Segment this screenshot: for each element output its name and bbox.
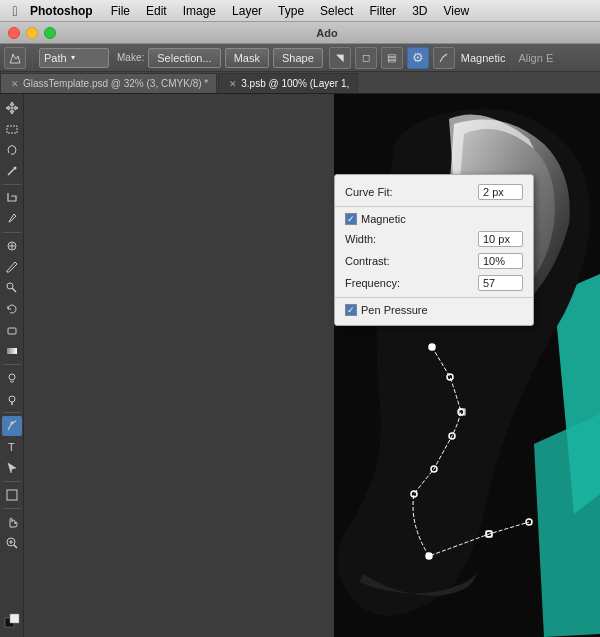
eraser-tool[interactable]	[2, 320, 22, 340]
svg-rect-8	[8, 328, 16, 334]
path-select-tool[interactable]	[2, 458, 22, 478]
move-tool[interactable]	[2, 98, 22, 118]
app-name: Photoshop	[30, 4, 93, 18]
tool-separator-5	[3, 481, 21, 482]
svg-line-2	[8, 169, 14, 175]
separator2	[511, 48, 512, 68]
svg-rect-9	[7, 348, 17, 354]
magnetic-row[interactable]: ✓ Magnetic	[335, 210, 533, 228]
menu-select[interactable]: Select	[312, 0, 361, 21]
apple-logo[interactable]: 	[0, 3, 30, 19]
title-bar: Ado	[0, 22, 600, 44]
canvas-area[interactable]: Curve Fit: ✓ Magnetic Width: Contrast: F…	[24, 94, 600, 637]
tool-icon	[4, 47, 26, 69]
wand-tool[interactable]	[2, 161, 22, 181]
svg-point-11	[9, 396, 15, 402]
history-tool[interactable]	[2, 299, 22, 319]
maximize-button[interactable]	[44, 27, 56, 39]
popup-panel: Curve Fit: ✓ Magnetic Width: Contrast: F…	[334, 174, 534, 326]
menu-3d[interactable]: 3D	[404, 0, 435, 21]
blur-tool[interactable]	[2, 368, 22, 388]
tab-close-0[interactable]: ✕	[11, 79, 19, 89]
shape-tool[interactable]	[2, 485, 22, 505]
width-label: Width:	[345, 233, 478, 245]
tool-separator-4	[3, 412, 21, 413]
brush-tool[interactable]	[2, 257, 22, 277]
tool-separator-2	[3, 232, 21, 233]
doc-tabs: ✕ GlassTemplate.psd @ 32% (3, CMYK/8) * …	[0, 72, 600, 94]
lasso-tool[interactable]	[2, 140, 22, 160]
contrast-label: Contrast:	[345, 255, 478, 267]
svg-point-10	[9, 374, 15, 380]
distribute-icon[interactable]: ▤	[381, 47, 403, 69]
selection-button[interactable]: Selection...	[148, 48, 220, 68]
foreground-color[interactable]	[2, 611, 22, 631]
tab-close-1[interactable]: ✕	[229, 79, 237, 89]
close-button[interactable]	[8, 27, 20, 39]
svg-point-0	[12, 54, 14, 56]
pen-pressure-checkbox[interactable]: ✓	[345, 304, 357, 316]
pen-pressure-row[interactable]: ✓ Pen Pressure	[335, 301, 533, 319]
doc-tab-1[interactable]: ✕ 3.psb @ 100% (Layer 1,	[218, 73, 358, 93]
doc-tab-0[interactable]: ✕ GlassTemplate.psd @ 32% (3, CMYK/8) *	[0, 73, 217, 93]
path-label: Path	[44, 52, 67, 64]
main-area: T	[0, 94, 600, 637]
menu-bar:  Photoshop File Edit Image Layer Type S…	[0, 0, 600, 22]
magnetic-checkbox[interactable]: ✓	[345, 213, 357, 225]
pen-icon	[433, 47, 455, 69]
svg-point-13	[10, 422, 13, 425]
crop-tool[interactable]	[2, 188, 22, 208]
eyedropper-tool[interactable]	[2, 209, 22, 229]
frequency-row: Frequency:	[335, 272, 533, 294]
contrast-input[interactable]	[478, 253, 523, 269]
gear-button[interactable]: ⚙	[407, 47, 429, 69]
heal-tool[interactable]	[2, 236, 22, 256]
tab-label-1: 3.psb @ 100% (Layer 1,	[241, 78, 349, 89]
menu-view[interactable]: View	[435, 0, 477, 21]
magnetic-checkbox-label: Magnetic	[361, 213, 523, 225]
window-title: Ado	[62, 27, 592, 39]
svg-line-17	[14, 545, 17, 548]
minimize-button[interactable]	[26, 27, 38, 39]
transform-icon[interactable]: ◥	[329, 47, 351, 69]
menu-edit[interactable]: Edit	[138, 0, 175, 21]
tool-separator-1	[3, 184, 21, 185]
tool-separator-3	[3, 364, 21, 365]
shape-button[interactable]: Shape	[273, 48, 323, 68]
menu-layer[interactable]: Layer	[224, 0, 270, 21]
hand-tool[interactable]	[2, 512, 22, 532]
curve-fit-row: Curve Fit:	[335, 181, 533, 203]
svg-text:T: T	[8, 441, 15, 453]
menu-type[interactable]: Type	[270, 0, 312, 21]
zoom-tool[interactable]	[2, 533, 22, 553]
canvas-left	[24, 94, 334, 637]
pen-pressure-label: Pen Pressure	[361, 304, 523, 316]
svg-point-3	[13, 167, 16, 170]
popup-separator-1	[335, 206, 533, 207]
curve-fit-input[interactable]	[478, 184, 523, 200]
pen-tool[interactable]	[2, 416, 22, 436]
svg-rect-21	[10, 614, 19, 623]
menu-image[interactable]: Image	[175, 0, 224, 21]
gradient-tool[interactable]	[2, 341, 22, 361]
menu-filter[interactable]: Filter	[361, 0, 404, 21]
popup-separator-2	[335, 297, 533, 298]
menu-file[interactable]: File	[103, 0, 138, 21]
align-icon[interactable]: ◻	[355, 47, 377, 69]
dodge-tool[interactable]	[2, 389, 22, 409]
svg-rect-15	[7, 490, 17, 500]
mask-button[interactable]: Mask	[225, 48, 269, 68]
options-bar: Path ▾ Make: Selection... Mask Shape ◥ ◻…	[0, 44, 600, 72]
marquee-tool[interactable]	[2, 119, 22, 139]
text-tool[interactable]: T	[2, 437, 22, 457]
frequency-input[interactable]	[478, 275, 523, 291]
chevron-down-icon: ▾	[71, 53, 75, 62]
width-input[interactable]	[478, 231, 523, 247]
path-dropdown[interactable]: Path ▾	[39, 48, 109, 68]
clone-tool[interactable]	[2, 278, 22, 298]
frequency-label: Frequency:	[345, 277, 478, 289]
tab-label-0: GlassTemplate.psd @ 32% (3, CMYK/8) *	[23, 78, 208, 89]
curve-fit-label: Curve Fit:	[345, 186, 478, 198]
magnetic-label: Magnetic	[461, 52, 506, 64]
svg-rect-32	[429, 344, 435, 350]
